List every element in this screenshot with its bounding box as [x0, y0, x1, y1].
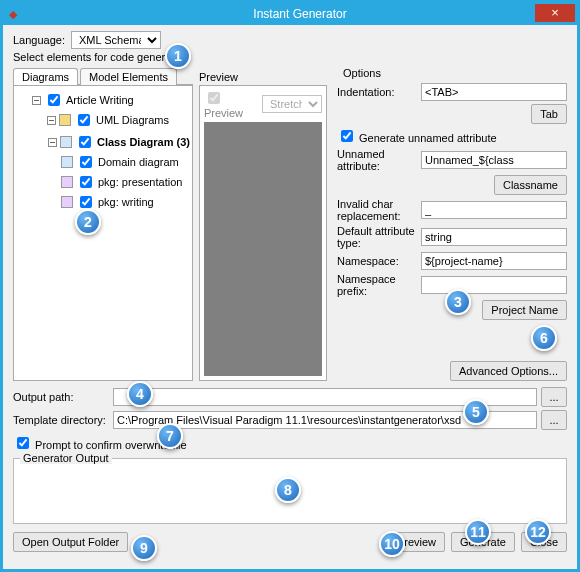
invalid-char-label: Invalid char replacement:: [337, 198, 417, 222]
tree-item[interactable]: pkg: writing: [98, 196, 154, 208]
tab-diagrams[interactable]: Diagrams: [13, 68, 78, 85]
template-dir-input[interactable]: [113, 411, 537, 429]
package-icon: [61, 196, 73, 208]
template-dir-label: Template directory:: [13, 414, 109, 426]
select-elements-label: Select elements for code generation: [13, 51, 567, 63]
options-title: Options: [343, 67, 567, 79]
stretch-select[interactable]: Stretch: [262, 95, 322, 113]
generate-button[interactable]: Generate: [451, 532, 515, 552]
def-attr-input[interactable]: [421, 228, 567, 246]
titlebar: ◆ Instant Generator ×: [3, 3, 577, 25]
expand-icon[interactable]: –: [47, 116, 56, 125]
indentation-input[interactable]: [421, 83, 567, 101]
indentation-label: Indentation:: [337, 86, 417, 98]
expand-icon[interactable]: –: [48, 138, 57, 147]
unnamed-attr-input[interactable]: [421, 151, 567, 169]
invalid-char-input[interactable]: [421, 201, 567, 219]
tree-check[interactable]: [80, 176, 92, 188]
preview-button[interactable]: Preview: [388, 532, 445, 552]
output-path-label: Output path:: [13, 391, 109, 403]
generator-output-label: Generator Output: [20, 452, 112, 464]
class-icon: [61, 156, 73, 168]
tree-item[interactable]: Domain diagram: [98, 156, 179, 168]
template-browse-button[interactable]: ...: [541, 410, 567, 430]
advanced-options-button[interactable]: Advanced Options...: [450, 361, 567, 381]
tree-item[interactable]: pkg: presentation: [98, 176, 182, 188]
folder-icon: [59, 114, 71, 126]
nsprefix-input[interactable]: [421, 276, 567, 294]
namespace-input[interactable]: [421, 252, 567, 270]
tree-check[interactable]: [79, 136, 91, 148]
language-label: Language:: [13, 34, 65, 46]
tree-check[interactable]: [78, 114, 90, 126]
preview-title: Preview: [199, 71, 327, 83]
window: ◆ Instant Generator × 1 2 3 4 5 6 7 8 9 …: [3, 3, 577, 569]
tree-item[interactable]: Class Diagram (3): [97, 136, 190, 148]
classname-button[interactable]: Classname: [494, 175, 567, 195]
preview-canvas: [204, 122, 322, 376]
tree-check[interactable]: [80, 156, 92, 168]
preview-pane: Preview Stretch: [199, 85, 327, 381]
unnamed-attr-label: Unnamed attribute:: [337, 148, 417, 172]
def-attr-label: Default attribute type:: [337, 225, 417, 249]
project-name-button[interactable]: Project Name: [482, 300, 567, 320]
tree-check[interactable]: [80, 196, 92, 208]
class-icon: [60, 136, 72, 148]
close-button[interactable]: Close: [521, 532, 567, 552]
output-browse-button[interactable]: ...: [541, 387, 567, 407]
gen-unnamed-checkbox[interactable]: Generate unnamed attribute: [337, 127, 497, 145]
expand-icon[interactable]: –: [32, 96, 41, 105]
tree-item[interactable]: Article Writing: [66, 94, 134, 106]
element-tree[interactable]: –Article Writing –UML Diagrams –Class Di…: [13, 85, 193, 381]
namespace-label: Namespace:: [337, 255, 417, 267]
open-output-folder-button[interactable]: Open Output Folder: [13, 532, 128, 552]
tab-button[interactable]: Tab: [531, 104, 567, 124]
tree-item[interactable]: UML Diagrams: [96, 114, 169, 126]
prompt-overwrite-checkbox[interactable]: Prompt to confirm overwrite file: [13, 434, 567, 452]
generator-output-box: Generator Output: [13, 458, 567, 524]
output-path-input[interactable]: [113, 388, 537, 406]
nsprefix-label: Namespace prefix:: [337, 273, 417, 297]
body: 1 2 3 4 5 6 7 8 9 10 11 12 Language: XML…: [3, 25, 577, 569]
package-icon: [61, 176, 73, 188]
close-icon[interactable]: ×: [535, 4, 575, 22]
language-select[interactable]: XML Schema: [71, 31, 161, 49]
tab-model-elements[interactable]: Model Elements: [80, 68, 177, 85]
tree-check[interactable]: [48, 94, 60, 106]
app-icon: ◆: [3, 8, 23, 21]
window-title: Instant Generator: [23, 7, 577, 21]
preview-checkbox[interactable]: Preview: [204, 89, 256, 119]
tabs: Diagrams Model Elements: [13, 67, 193, 85]
